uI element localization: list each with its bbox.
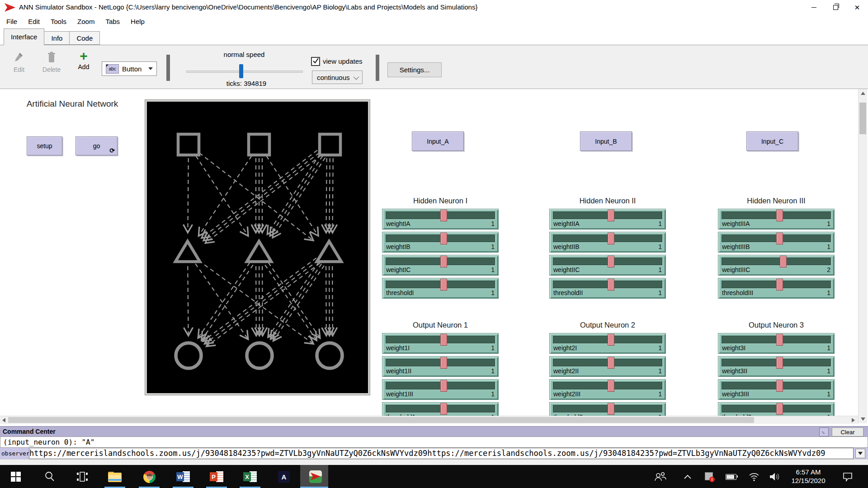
horizontal-scrollbar[interactable] — [0, 416, 858, 424]
slider-track[interactable] — [553, 258, 662, 265]
slider-track[interactable] — [553, 281, 662, 288]
slider-track[interactable] — [722, 258, 831, 265]
tab-info[interactable]: Info — [44, 31, 70, 45]
add-widget-button[interactable]: + Add — [73, 51, 94, 70]
go-button[interactable]: go ⟳ — [75, 136, 118, 155]
volume-tray-button[interactable] — [767, 470, 783, 483]
slider-track[interactable] — [553, 359, 662, 366]
excel-button[interactable]: X — [242, 470, 258, 483]
tab-code[interactable]: Code — [69, 31, 100, 45]
slider-track[interactable] — [722, 235, 831, 242]
acrobat-button[interactable]: A — [276, 470, 292, 483]
slider-track[interactable] — [386, 405, 495, 413]
battery-tray-button[interactable] — [723, 470, 739, 483]
netlogo-taskbar-button[interactable] — [308, 470, 323, 483]
vertical-scroll-thumb[interactable] — [859, 103, 866, 134]
command-center-clear-button[interactable]: Clear — [832, 427, 863, 436]
slider-track[interactable] — [722, 382, 831, 389]
input-a-button[interactable]: Input_A — [412, 131, 464, 151]
minimize-button[interactable] — [803, 0, 825, 15]
slider-weight1III[interactable]: weight1III1 — [382, 379, 499, 400]
search-button[interactable] — [42, 470, 57, 483]
menu-item-tabs[interactable]: Tabs — [105, 18, 120, 25]
speed-slider-thumb[interactable] — [239, 64, 243, 78]
slider-track[interactable] — [553, 382, 662, 389]
slider-track[interactable] — [553, 235, 662, 242]
word-button[interactable]: W — [175, 470, 191, 483]
slider-weight1II[interactable]: weight1II1 — [382, 356, 499, 377]
close-button[interactable]: ✕ — [846, 0, 868, 15]
powerpoint-button[interactable]: P — [209, 470, 224, 483]
delete-button[interactable]: Delete — [39, 52, 64, 73]
edit-button[interactable]: Edit — [8, 52, 30, 73]
slider-weight3III[interactable]: weight3III1 — [718, 379, 835, 400]
tab-interface[interactable]: Interface — [4, 28, 44, 45]
widget-type-chooser[interactable]: abc Button — [102, 61, 157, 76]
slider-weightIIC[interactable]: weightIIC1 — [549, 255, 666, 276]
vertical-scrollbar[interactable] — [858, 89, 867, 423]
slider-track[interactable] — [722, 359, 831, 366]
chrome-button[interactable] — [142, 470, 157, 483]
slider-track[interactable] — [386, 211, 495, 219]
slider-track[interactable] — [722, 336, 831, 343]
slider-track[interactable] — [553, 405, 662, 413]
restore-button[interactable] — [825, 0, 846, 15]
slider-track[interactable] — [386, 281, 495, 288]
scroll-up-icon[interactable] — [861, 92, 865, 95]
menu-item-file[interactable]: File — [6, 18, 17, 25]
history-dropdown-button[interactable] — [855, 449, 865, 458]
view-updates-checkbox[interactable] — [311, 57, 320, 66]
slider-weight3II[interactable]: weight3II1 — [718, 356, 835, 377]
taskbar-clock[interactable]: 6:57 AM 12/15/2020 — [787, 468, 830, 485]
setup-button[interactable]: setup — [27, 136, 62, 155]
scroll-down-icon[interactable] — [861, 418, 865, 421]
people-tray-button[interactable] — [653, 470, 668, 483]
tray-expand-button[interactable] — [680, 470, 695, 483]
menu-item-edit[interactable]: Edit — [28, 18, 40, 25]
task-view-button[interactable] — [75, 470, 90, 483]
slider-track[interactable] — [386, 235, 495, 242]
action-center-button[interactable] — [840, 470, 855, 483]
slider-weightIIA[interactable]: weightIIA1 — [549, 209, 666, 230]
slider-track[interactable] — [722, 281, 831, 288]
menu-item-help[interactable]: Help — [131, 18, 145, 25]
tray-app-button[interactable]: ! — [702, 470, 717, 483]
scroll-left-icon[interactable] — [2, 418, 5, 422]
slider-weightIA[interactable]: weightIA1 — [382, 209, 499, 230]
menu-item-tools[interactable]: Tools — [51, 18, 66, 25]
wifi-tray-button[interactable] — [746, 470, 762, 483]
speed-slider[interactable] — [186, 70, 303, 73]
slider-thresholdI[interactable]: thresholdI1 — [382, 278, 499, 299]
slider-track[interactable] — [386, 336, 495, 343]
scroll-right-icon[interactable] — [852, 418, 855, 422]
slider-track[interactable] — [553, 211, 662, 219]
slider-weight2III[interactable]: weight2III1 — [549, 379, 666, 400]
settings-button[interactable]: Settings... — [387, 62, 442, 77]
slider-track[interactable] — [722, 405, 831, 413]
slider-weight3I[interactable]: weight3I1 — [718, 333, 835, 354]
slider-track[interactable] — [386, 258, 495, 265]
slider-weightIIIC[interactable]: weightIIIC2 — [718, 255, 835, 276]
command-center-expand-button[interactable]: ↔ — [819, 427, 829, 436]
slider-weightIC[interactable]: weightIC1 — [382, 255, 499, 276]
slider-thresholdIII[interactable]: thresholdIII1 — [718, 278, 835, 299]
horizontal-scroll-thumb[interactable] — [8, 417, 754, 423]
slider-track[interactable] — [386, 359, 495, 366]
input-b-button[interactable]: Input_B — [580, 131, 632, 151]
slider-weight2I[interactable]: weight2I1 — [549, 333, 666, 354]
slider-weightIIIA[interactable]: weightIIIA1 — [718, 209, 835, 230]
slider-weightIIB[interactable]: weightIIB1 — [549, 232, 666, 253]
world-view[interactable] — [145, 100, 370, 395]
menu-item-zoom[interactable]: Zoom — [77, 18, 94, 25]
slider-track[interactable] — [386, 382, 495, 389]
start-button[interactable] — [8, 470, 24, 483]
slider-weightIB[interactable]: weightIB1 — [382, 232, 499, 253]
slider-track[interactable] — [553, 336, 662, 343]
command-input[interactable]: https://mercerislandschools.zoom.us/j/93… — [29, 448, 854, 459]
input-c-button[interactable]: Input_C — [746, 131, 798, 151]
slider-weight1I[interactable]: weight1I1 — [382, 333, 499, 354]
slider-weightIIIB[interactable]: weightIIIB1 — [718, 232, 835, 253]
file-explorer-button[interactable] — [107, 470, 123, 483]
slider-track[interactable] — [722, 211, 831, 219]
update-mode-dropdown[interactable]: continuous — [312, 70, 363, 84]
